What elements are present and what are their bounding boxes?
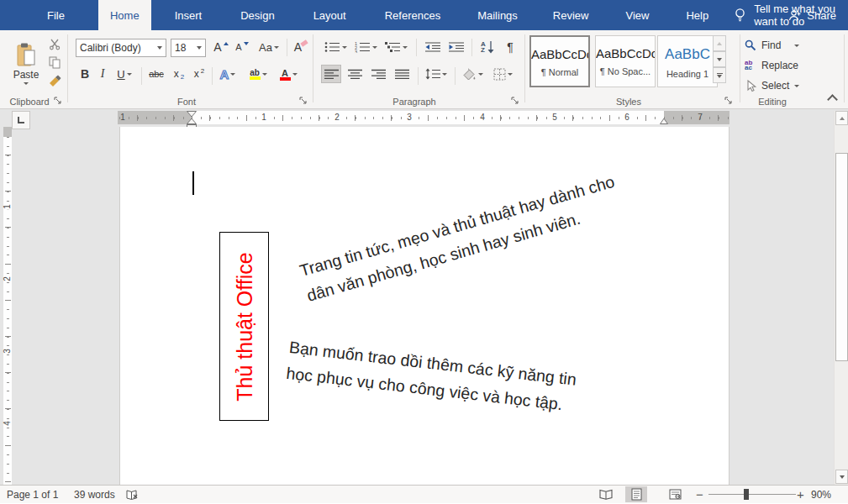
bullets-button[interactable] [323,38,348,56]
borders-button[interactable] [489,65,516,83]
font-size-combobox[interactable]: 18 [171,39,206,57]
shading-button[interactable] [459,65,486,83]
rotated-paragraph-1[interactable]: Trang tin tức, mẹo và thủ thuật hay dành… [297,169,625,309]
align-center-button[interactable] [345,65,365,83]
line-spacing-button[interactable] [423,65,450,83]
right-indent-marker[interactable] [660,118,668,124]
magnifier-icon [745,39,756,51]
read-mode-button[interactable] [595,486,617,502]
sort-button[interactable]: A Z [477,38,498,56]
zoom-slider-handle[interactable] [744,489,749,500]
tab-review-label: Review [553,9,589,22]
decrease-indent-button[interactable] [423,38,443,56]
grow-font-button[interactable]: A [212,38,230,56]
scroll-up-button[interactable] [835,111,848,125]
style-card-normal[interactable]: AaBbCcDc ¶ Normal [529,35,590,87]
tab-mailings-label: Mailings [477,9,518,22]
format-painter-button[interactable] [46,74,63,87]
page-indicator[interactable]: Page 1 of 1 [7,486,58,503]
horizontal-ruler[interactable]: 1 1 2 3 4 5 6 7 [118,111,729,124]
italic-button[interactable]: I [96,65,109,83]
web-layout-button[interactable] [664,486,686,502]
vertical-textbox[interactable]: Thủ thuật Office [219,232,269,421]
tab-review[interactable]: Review [541,0,601,30]
show-paragraph-marks-button[interactable]: ¶ [502,38,519,56]
multilevel-list-button[interactable] [383,38,408,56]
scrollbar-thumb[interactable] [835,153,848,361]
tab-view[interactable]: View [614,0,661,30]
align-left-button[interactable] [321,65,341,83]
numbered-list-icon: 123 [355,41,371,53]
tab-file[interactable]: File [35,0,76,30]
numbering-button[interactable]: 123 [353,38,378,56]
font-color-button[interactable]: A [276,65,301,83]
bold-button[interactable]: B [77,65,92,83]
replace-button[interactable]: ab ac Replace [745,57,798,74]
shrink-font-button[interactable]: A [234,38,250,56]
ruler-number: 7 [696,113,704,122]
superscript-button[interactable]: x2 [190,65,208,83]
left-tab-icon [18,117,24,123]
align-right-button[interactable] [368,65,388,83]
subscript-button[interactable]: x2 [170,65,188,83]
justify-button[interactable] [392,65,412,83]
style-card-heading1[interactable]: AaBbC Heading 1 [657,35,718,87]
print-layout-button[interactable] [625,486,647,502]
font-dialog-launcher-icon[interactable] [299,97,308,105]
zoom-out-button[interactable]: − [696,486,703,503]
styles-gallery-more-button[interactable] [713,67,726,83]
ruler-number: 2 [3,276,12,282]
share-button[interactable]: Share [788,0,836,30]
triangle-up-icon [840,117,845,120]
underline-button[interactable]: U [113,65,136,83]
font-family-combobox[interactable]: Calibri (Body) [76,39,166,57]
clear-formatting-button[interactable]: A [291,38,311,56]
cut-button[interactable] [46,37,63,50]
paste-dropdown-icon [24,82,29,85]
tab-insert[interactable]: Insert [163,0,214,30]
styles-dialog-launcher-icon[interactable] [724,97,733,105]
text-effects-button[interactable]: A [215,65,240,83]
tab-layout[interactable]: Layout [302,0,358,30]
vertical-ruler[interactable]: 1 2 3 4 [3,127,12,485]
paste-button[interactable]: Paste [7,35,45,91]
tab-home-label: Home [110,9,140,22]
multilevel-list-icon [385,41,401,53]
tab-help-label: Help [686,9,708,22]
zoom-in-button[interactable]: + [797,486,804,503]
tab-home[interactable]: Home [98,0,151,30]
find-button[interactable]: Find [745,37,799,54]
lightbulb-icon [734,8,746,23]
small-divider [287,39,287,56]
scroll-down-button[interactable] [835,470,848,484]
select-button[interactable]: Select [745,77,799,94]
styles-gallery-down-button[interactable] [713,51,726,67]
web-layout-icon [669,489,682,500]
tab-help[interactable]: Help [674,0,720,30]
chevron-down-icon [442,73,447,76]
tab-references[interactable]: References [373,0,452,30]
zoom-slider[interactable] [708,494,796,495]
bold-letter: B [81,67,89,81]
paragraph-dialog-launcher-icon[interactable] [511,97,519,105]
zoom-level[interactable]: 90% [811,486,831,503]
increase-indent-button[interactable] [446,38,466,56]
highlight-color-button[interactable]: ab [244,65,272,83]
copy-button[interactable] [46,55,63,69]
style-card-no-spacing[interactable]: AaBbCcDc ¶ No Spac... [595,35,656,87]
word-count[interactable]: 39 words [74,486,115,503]
rotated-paragraph-2[interactable]: Bạn muốn trao dồi thêm các kỹ năng tin h… [285,334,577,419]
clipboard-dialog-launcher-icon[interactable] [54,97,62,105]
styles-gallery-up-button[interactable] [713,35,726,51]
strikethrough-button[interactable]: abc [145,65,168,83]
document-page[interactable]: Thủ thuật Office Trang tin tức, mẹo và t… [119,127,729,485]
superscript-base: x [194,68,199,80]
tab-mailings[interactable]: Mailings [466,0,529,30]
subscript-base: x [174,68,179,80]
vertical-scrollbar[interactable] [834,111,848,485]
change-case-button[interactable]: Aa [255,38,282,56]
collapse-ribbon-icon[interactable] [827,94,838,105]
tab-design[interactable]: Design [229,0,286,30]
proofing-errors-button[interactable] [126,486,139,503]
tab-stop-selector[interactable] [12,111,30,129]
